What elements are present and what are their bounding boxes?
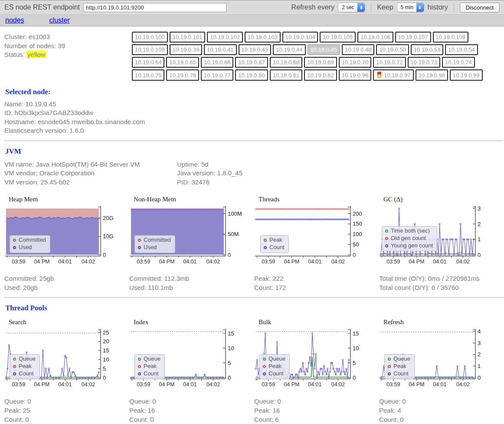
- node-button[interactable]: 10.19.0.67: [235, 57, 268, 68]
- node-button[interactable]: 10.19.0.74: [442, 57, 475, 68]
- legend-marker-icon: [138, 239, 141, 242]
- node-button[interactable]: 10.19.0.69: [304, 57, 337, 68]
- legend-label: Used: [19, 244, 32, 251]
- master-medal-icon: [376, 72, 383, 79]
- legend-label: Used: [144, 244, 157, 251]
- node-button[interactable]: 10.19.0.80: [235, 69, 268, 81]
- svg-text:03:59: 03:59: [137, 381, 150, 388]
- svg-text:03:59: 03:59: [12, 259, 25, 265]
- legend-entry: Queue: [388, 355, 410, 363]
- cluster-status-label: Status:: [4, 51, 26, 58]
- node-button[interactable]: 10.19.0.41: [204, 44, 236, 55]
- svg-text:100M: 100M: [228, 210, 242, 217]
- node-button[interactable]: 10.19.0.48: [342, 44, 374, 55]
- node-button[interactable]: 10.19.0.44: [273, 44, 305, 55]
- node-button[interactable]: 10.19.0.73: [408, 57, 440, 68]
- legend-marker-icon: [388, 365, 391, 368]
- node-ip-label: 10.19.0.109: [135, 46, 165, 53]
- svg-text:0: 0: [103, 251, 106, 258]
- svg-text:04:02: 04:02: [331, 259, 345, 265]
- node-button[interactable]: 10.19.0.45: [308, 44, 340, 55]
- disconnect-button[interactable]: Disconnect: [460, 3, 500, 13]
- node-button[interactable]: 10.19.0.103: [245, 32, 281, 43]
- legend-entry: Queue: [263, 355, 285, 363]
- svg-text:04:01: 04:01: [433, 259, 446, 265]
- top-toolbar: ES node REST endpoint Refresh every 2 se…: [0, 0, 504, 15]
- node-button[interactable]: 10.19.0.72: [373, 57, 406, 68]
- node-button[interactable]: 10.19.0.100: [132, 32, 168, 43]
- legend-entry: Peak: [13, 363, 36, 370]
- node-ip-label: 10.19.0.64: [135, 59, 161, 66]
- history-label: history: [428, 3, 448, 11]
- nav-bar: nodes cluster: [0, 15, 504, 26]
- nav-link-cluster[interactable]: cluster: [49, 16, 70, 24]
- node-ip-label: 10.19.0.54: [448, 46, 475, 53]
- endpoint-input[interactable]: [83, 3, 226, 12]
- node-button[interactable]: 10.19.0.97: [373, 69, 413, 81]
- node-ip-label: 10.19.0.41: [207, 46, 233, 53]
- stat-line: Used: 110.1mb: [129, 283, 254, 292]
- node-grid-row: 10.19.0.10910.19.0.3910.19.0.4110.19.0.4…: [131, 43, 504, 56]
- node-button[interactable]: 10.19.0.68: [270, 57, 302, 68]
- chart-stats-refresh: Queue: 0Peak: 4Count: 0: [379, 397, 504, 424]
- node-button[interactable]: 10.19.0.102: [207, 32, 243, 43]
- node-button[interactable]: 10.19.0.39: [170, 44, 202, 55]
- chart-stats-non-heap-mem: Committed: 112.3mbUsed: 110.1mb: [129, 274, 254, 292]
- node-button[interactable]: 10.19.0.107: [395, 32, 431, 43]
- stat-line: Count: 6: [254, 415, 379, 424]
- node-button[interactable]: 10.19.0.99: [450, 69, 482, 81]
- node-button[interactable]: 10.19.0.105: [320, 32, 356, 43]
- node-button[interactable]: 10.19.0.81: [270, 69, 302, 81]
- uptime-line: Uptime: 5d: [177, 160, 242, 169]
- node-button[interactable]: 10.19.0.43: [239, 44, 271, 55]
- node-button[interactable]: 10.19.0.53: [411, 44, 443, 55]
- cluster-status-line: Status: yellow: [4, 50, 131, 59]
- node-button[interactable]: 10.19.0.66: [201, 57, 233, 68]
- node-button[interactable]: 10.19.0.76: [166, 69, 199, 81]
- svg-text:1: 1: [478, 236, 481, 243]
- stat-line: Count: 0: [4, 415, 129, 424]
- chart-legend: Time both (sec)Old gen countYoung gen co…: [382, 226, 437, 251]
- node-ip-label: 10.19.0.97: [384, 72, 410, 79]
- node-button[interactable]: 10.19.0.82: [304, 69, 337, 81]
- svg-text:2: 2: [478, 351, 481, 358]
- svg-text:04:02: 04:02: [456, 381, 470, 388]
- svg-text:150: 150: [353, 220, 362, 227]
- node-ip-label: 10.19.0.48: [345, 46, 371, 53]
- node-button[interactable]: 10.19.0.98: [416, 69, 448, 81]
- section-divider: [4, 141, 503, 141]
- history-window-select[interactable]: 5 min: [397, 3, 424, 12]
- stat-line: Queue: 0: [4, 397, 129, 406]
- node-button[interactable]: 10.19.0.70: [339, 57, 371, 68]
- svg-text:04 PM: 04 PM: [284, 259, 299, 265]
- node-ip-label: 10.19.0.43: [242, 46, 268, 53]
- refresh-interval-select[interactable]: 2 sec: [338, 3, 365, 12]
- node-button[interactable]: 10.19.0.77: [201, 69, 233, 81]
- legend-marker-icon: [13, 365, 16, 368]
- node-button[interactable]: 10.19.0.101: [170, 32, 206, 43]
- pid-line: PID: 32476: [177, 178, 242, 187]
- nav-link-nodes[interactable]: nodes: [5, 16, 24, 24]
- selected-node-details: Name: 10.19.0.45 ID: hObi3kjxSia7GABZ33o…: [4, 100, 504, 135]
- node-button[interactable]: 10.19.0.96: [339, 69, 371, 81]
- node-ip-label: 10.19.0.69: [307, 59, 334, 66]
- svg-text:0: 0: [478, 251, 481, 258]
- chart-stats-bulk: Queue: 0Peak: 16Count: 6: [254, 397, 379, 424]
- node-button[interactable]: 10.19.0.109: [132, 44, 168, 55]
- chart-title: Heap Mem: [9, 196, 129, 203]
- node-button[interactable]: 10.19.0.64: [132, 57, 164, 68]
- stat-line: Peak: 222: [254, 274, 379, 283]
- chart-title: Refresh: [383, 319, 504, 326]
- refresh-every-label: Refresh every: [291, 3, 335, 11]
- svg-text:20G: 20G: [103, 215, 114, 221]
- node-button[interactable]: 10.19.0.54: [445, 44, 478, 55]
- chart-title: GC (Δ): [383, 196, 504, 203]
- node-button[interactable]: 10.19.0.50: [376, 44, 409, 55]
- node-button[interactable]: 10.19.0.75: [132, 69, 164, 81]
- node-button[interactable]: 10.19.0.65: [166, 57, 199, 68]
- node-button[interactable]: 10.19.0.108: [433, 32, 469, 43]
- node-button[interactable]: 10.19.0.106: [357, 32, 393, 43]
- legend-marker-icon: [138, 365, 141, 368]
- node-button[interactable]: 10.19.0.104: [282, 32, 318, 43]
- svg-text:04:02: 04:02: [206, 381, 220, 388]
